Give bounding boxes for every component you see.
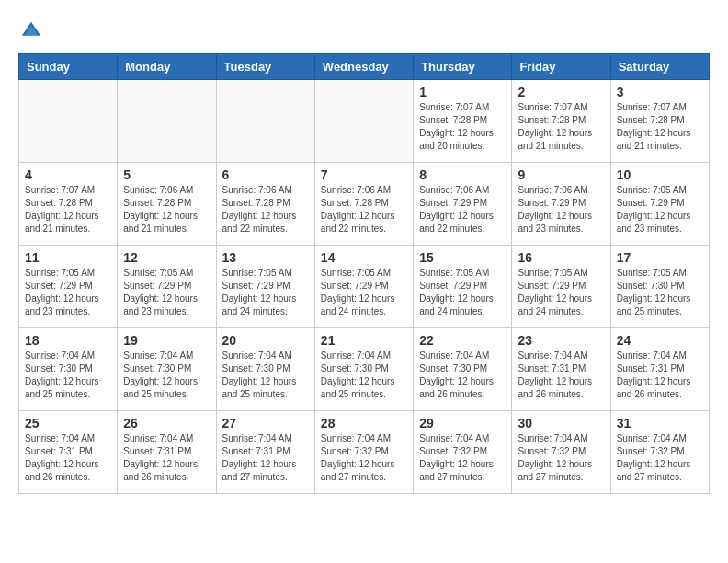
day-number: 22 — [419, 333, 506, 348]
day-number: 11 — [25, 250, 111, 265]
day-info: Sunrise: 7:04 AM Sunset: 7:30 PM Dayligh… — [419, 350, 506, 401]
day-info: Sunrise: 7:07 AM Sunset: 7:28 PM Dayligh… — [419, 101, 506, 153]
calendar-cell: 3Sunrise: 7:07 AM Sunset: 7:28 PM Daylig… — [610, 80, 709, 163]
calendar-cell: 7Sunrise: 7:06 AM Sunset: 7:28 PM Daylig… — [314, 163, 413, 246]
day-number: 20 — [222, 333, 309, 348]
col-header-friday: Friday — [512, 54, 610, 80]
day-info: Sunrise: 7:04 AM Sunset: 7:31 PM Dayligh… — [25, 432, 111, 484]
calendar-cell: 30Sunrise: 7:04 AM Sunset: 7:32 PM Dayli… — [512, 411, 610, 494]
calendar-cell: 23Sunrise: 7:04 AM Sunset: 7:31 PM Dayli… — [512, 328, 610, 411]
day-number: 1 — [419, 85, 506, 99]
col-header-monday: Monday — [118, 54, 216, 80]
day-number: 29 — [419, 416, 506, 431]
calendar-cell: 11Sunrise: 7:05 AM Sunset: 7:29 PM Dayli… — [19, 246, 118, 328]
day-number: 10 — [617, 167, 703, 182]
day-number: 14 — [321, 250, 407, 265]
col-header-saturday: Saturday — [610, 54, 709, 80]
day-info: Sunrise: 7:04 AM Sunset: 7:31 PM Dayligh… — [617, 350, 703, 401]
day-info: Sunrise: 7:05 AM Sunset: 7:29 PM Dayligh… — [419, 267, 506, 318]
day-number: 4 — [25, 167, 111, 182]
day-number: 6 — [222, 167, 309, 182]
calendar-cell: 16Sunrise: 7:05 AM Sunset: 7:29 PM Dayli… — [512, 246, 610, 328]
day-info: Sunrise: 7:05 AM Sunset: 7:29 PM Dayligh… — [222, 267, 309, 318]
calendar-cell: 24Sunrise: 7:04 AM Sunset: 7:31 PM Dayli… — [610, 328, 709, 411]
day-info: Sunrise: 7:07 AM Sunset: 7:28 PM Dayligh… — [617, 101, 703, 153]
day-info: Sunrise: 7:05 AM Sunset: 7:29 PM Dayligh… — [518, 267, 604, 318]
calendar-week-row: 1Sunrise: 7:07 AM Sunset: 7:28 PM Daylig… — [19, 80, 710, 163]
day-info: Sunrise: 7:05 AM Sunset: 7:29 PM Dayligh… — [617, 184, 703, 236]
calendar-week-row: 4Sunrise: 7:07 AM Sunset: 7:28 PM Daylig… — [19, 163, 710, 246]
calendar-cell: 18Sunrise: 7:04 AM Sunset: 7:30 PM Dayli… — [19, 328, 118, 411]
calendar-cell: 6Sunrise: 7:06 AM Sunset: 7:28 PM Daylig… — [216, 163, 314, 246]
calendar-cell — [19, 80, 118, 163]
page-header — [18, 18, 710, 44]
calendar-cell: 4Sunrise: 7:07 AM Sunset: 7:28 PM Daylig… — [19, 163, 118, 246]
day-info: Sunrise: 7:05 AM Sunset: 7:29 PM Dayligh… — [321, 267, 407, 318]
day-info: Sunrise: 7:06 AM Sunset: 7:29 PM Dayligh… — [518, 184, 604, 236]
calendar-week-row: 18Sunrise: 7:04 AM Sunset: 7:30 PM Dayli… — [19, 328, 710, 411]
day-number: 8 — [419, 167, 506, 182]
day-number: 21 — [321, 333, 407, 348]
day-info: Sunrise: 7:05 AM Sunset: 7:29 PM Dayligh… — [123, 267, 210, 318]
day-info: Sunrise: 7:06 AM Sunset: 7:28 PM Dayligh… — [321, 184, 407, 236]
calendar-cell: 25Sunrise: 7:04 AM Sunset: 7:31 PM Dayli… — [19, 411, 118, 494]
day-info: Sunrise: 7:06 AM Sunset: 7:28 PM Dayligh… — [222, 184, 309, 236]
day-info: Sunrise: 7:04 AM Sunset: 7:32 PM Dayligh… — [617, 432, 703, 484]
calendar-cell: 31Sunrise: 7:04 AM Sunset: 7:32 PM Dayli… — [610, 411, 709, 494]
day-number: 31 — [617, 416, 703, 431]
day-info: Sunrise: 7:07 AM Sunset: 7:28 PM Dayligh… — [518, 101, 604, 153]
calendar-cell: 14Sunrise: 7:05 AM Sunset: 7:29 PM Dayli… — [314, 246, 413, 328]
calendar-cell: 13Sunrise: 7:05 AM Sunset: 7:29 PM Dayli… — [216, 246, 314, 328]
day-info: Sunrise: 7:04 AM Sunset: 7:30 PM Dayligh… — [123, 350, 210, 401]
day-number: 23 — [518, 333, 604, 348]
calendar-cell: 1Sunrise: 7:07 AM Sunset: 7:28 PM Daylig… — [414, 80, 512, 163]
day-number: 19 — [123, 333, 210, 348]
day-number: 17 — [617, 250, 703, 265]
col-header-sunday: Sunday — [19, 54, 118, 80]
calendar-cell — [118, 80, 216, 163]
day-info: Sunrise: 7:05 AM Sunset: 7:29 PM Dayligh… — [25, 267, 111, 318]
day-number: 7 — [321, 167, 407, 182]
day-number: 24 — [617, 333, 703, 348]
day-info: Sunrise: 7:04 AM Sunset: 7:31 PM Dayligh… — [123, 432, 210, 484]
day-number: 28 — [321, 416, 407, 431]
day-info: Sunrise: 7:04 AM Sunset: 7:30 PM Dayligh… — [321, 350, 407, 401]
col-header-wednesday: Wednesday — [314, 54, 413, 80]
calendar-cell: 10Sunrise: 7:05 AM Sunset: 7:29 PM Dayli… — [610, 163, 709, 246]
calendar-cell: 28Sunrise: 7:04 AM Sunset: 7:32 PM Dayli… — [314, 411, 413, 494]
logo — [18, 18, 48, 44]
calendar-week-row: 25Sunrise: 7:04 AM Sunset: 7:31 PM Dayli… — [19, 411, 710, 494]
day-number: 9 — [518, 167, 604, 182]
day-info: Sunrise: 7:06 AM Sunset: 7:28 PM Dayligh… — [123, 184, 210, 236]
day-number: 27 — [222, 416, 309, 431]
calendar-cell: 5Sunrise: 7:06 AM Sunset: 7:28 PM Daylig… — [118, 163, 216, 246]
day-info: Sunrise: 7:06 AM Sunset: 7:29 PM Dayligh… — [419, 184, 506, 236]
day-number: 18 — [25, 333, 111, 348]
day-number: 2 — [518, 85, 604, 99]
day-info: Sunrise: 7:04 AM Sunset: 7:32 PM Dayligh… — [518, 432, 604, 484]
calendar-table: SundayMondayTuesdayWednesdayThursdayFrid… — [18, 53, 710, 494]
calendar-cell: 22Sunrise: 7:04 AM Sunset: 7:30 PM Dayli… — [414, 328, 512, 411]
calendar-cell — [216, 80, 314, 163]
calendar-cell — [314, 80, 413, 163]
day-number: 13 — [222, 250, 309, 265]
day-number: 16 — [518, 250, 604, 265]
logo-icon — [18, 18, 44, 44]
day-number: 25 — [25, 416, 111, 431]
day-info: Sunrise: 7:04 AM Sunset: 7:31 PM Dayligh… — [518, 350, 604, 401]
day-info: Sunrise: 7:04 AM Sunset: 7:30 PM Dayligh… — [25, 350, 111, 401]
calendar-cell: 19Sunrise: 7:04 AM Sunset: 7:30 PM Dayli… — [118, 328, 216, 411]
calendar-cell: 12Sunrise: 7:05 AM Sunset: 7:29 PM Dayli… — [118, 246, 216, 328]
calendar-cell: 9Sunrise: 7:06 AM Sunset: 7:29 PM Daylig… — [512, 163, 610, 246]
calendar-cell: 2Sunrise: 7:07 AM Sunset: 7:28 PM Daylig… — [512, 80, 610, 163]
day-info: Sunrise: 7:04 AM Sunset: 7:32 PM Dayligh… — [419, 432, 506, 484]
calendar-cell: 15Sunrise: 7:05 AM Sunset: 7:29 PM Dayli… — [414, 246, 512, 328]
calendar-cell: 21Sunrise: 7:04 AM Sunset: 7:30 PM Dayli… — [314, 328, 413, 411]
calendar-cell: 20Sunrise: 7:04 AM Sunset: 7:30 PM Dayli… — [216, 328, 314, 411]
day-number: 30 — [518, 416, 604, 431]
calendar-cell: 8Sunrise: 7:06 AM Sunset: 7:29 PM Daylig… — [414, 163, 512, 246]
col-header-thursday: Thursday — [414, 54, 512, 80]
calendar-week-row: 11Sunrise: 7:05 AM Sunset: 7:29 PM Dayli… — [19, 246, 710, 328]
day-number: 15 — [419, 250, 506, 265]
day-number: 26 — [123, 416, 210, 431]
